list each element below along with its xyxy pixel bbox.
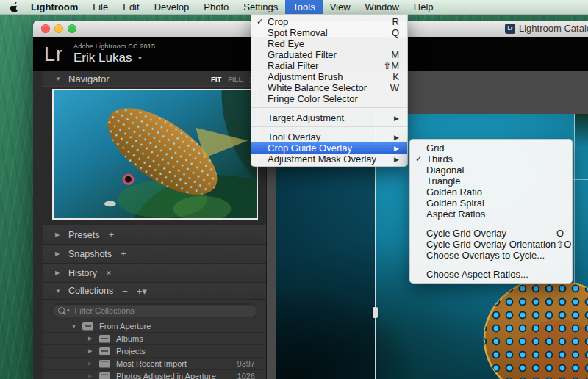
menu-shortcut: Q (392, 27, 399, 38)
menubar-item-photo[interactable]: Photo (196, 0, 236, 14)
menu-item-label: Choose Overlays to Cycle... (426, 250, 545, 261)
add-icon[interactable]: + (121, 248, 126, 259)
menubar-item-help[interactable]: Help (406, 0, 441, 14)
menu-item-adjustment-mask-overlay[interactable]: Adjustment Mask Overlay▶ (251, 154, 407, 165)
menu-item-triangle[interactable]: Triangle (410, 176, 572, 187)
add-icon[interactable]: + (108, 229, 114, 240)
menu-item-fringe-color-selector[interactable]: Fringe Color Selector (251, 93, 407, 104)
collection-label: Most Recent Import (116, 359, 187, 368)
close-window-button[interactable] (41, 24, 50, 33)
menu-item-choose-overlays-to-cycle[interactable]: Choose Overlays to Cycle... (410, 250, 572, 261)
menu-item-cycle-grid-overlay-orientation[interactable]: Cycle Grid Overlay Orientation⇧O (410, 239, 572, 250)
panel-label: Collections (68, 286, 113, 296)
zoom-window-button[interactable] (68, 24, 76, 33)
menu-item-label: Graduated Filter (268, 49, 337, 60)
collection-set-icon (99, 335, 110, 343)
menu-shortcut: W (390, 82, 399, 93)
menu-item-white-balance-selector[interactable]: White Balance SelectorW (251, 82, 407, 93)
menu-item-graduated-filter[interactable]: Graduated FilterM (251, 49, 407, 60)
menubar-item-window[interactable]: Window (358, 0, 406, 14)
screen: LightroomFileEditDevelopPhotoSettingsToo… (0, 0, 588, 379)
submenu-arrow-icon: ▶ (394, 145, 399, 152)
menu-item-label: White Balance Selector (268, 82, 367, 93)
menu-separator (410, 264, 572, 266)
menu-shortcut: O (556, 228, 564, 239)
menu-item-golden-ratio[interactable]: Golden Ratio (410, 187, 572, 198)
navigator-label: Navigator (68, 73, 110, 84)
panel-header-presets[interactable]: ▶Presets+ (43, 225, 266, 245)
menu-item-radial-filter[interactable]: Radial Filter⇧M (251, 60, 407, 71)
menubar-item-edit[interactable]: Edit (115, 0, 146, 14)
menu-item-label: Adjustment Brush (268, 71, 343, 82)
navigator-header[interactable]: ▼ Navigator FITFILL1:1 (43, 71, 266, 86)
disclosure-open-icon: ▼ (71, 324, 78, 329)
panel-label: Presets (68, 230, 99, 240)
menu-item-cycle-grid-overlay[interactable]: Cycle Grid OverlayO (410, 228, 572, 239)
menubar-item-develop[interactable]: Develop (147, 0, 197, 14)
menu-item-label: Aspect Ratios (426, 209, 485, 220)
menu-item-diagonal[interactable]: Diagonal (410, 165, 572, 176)
menu-item-adjustment-brush[interactable]: Adjustment BrushK (251, 71, 407, 82)
submenu-arrow-icon: ▶ (394, 156, 399, 163)
collection-item-photos-adjusted-in-aperture[interactable]: ▶Photos Adjusted in Aperture1026 (43, 370, 266, 379)
menubar-item-file[interactable]: File (85, 0, 115, 14)
panel-edge-rail[interactable] (33, 71, 43, 379)
identity-caret-icon: ▼ (137, 55, 143, 62)
menu-item-red-eye[interactable]: Red Eye (251, 38, 407, 49)
menu-item-tool-overlay[interactable]: Tool Overlay▶ (251, 131, 407, 142)
apple-menu-icon[interactable] (4, 1, 24, 12)
menu-item-target-adjustment[interactable]: Target Adjustment▶ (251, 112, 407, 123)
submenu-arrow-icon: ▶ (394, 115, 399, 122)
search-caret-icon: ▾ (67, 308, 70, 314)
collection-item-albums[interactable]: ▶Albums (43, 333, 266, 345)
menu-item-label: Golden Ratio (426, 187, 482, 198)
menu-item-choose-aspect-ratios[interactable]: Choose Aspect Ratios... (410, 269, 572, 280)
clear-icon[interactable]: × (106, 267, 112, 278)
submenu-arrow-icon: ▶ (394, 134, 399, 141)
menu-item-thirds[interactable]: ✓Thirds (410, 154, 572, 165)
zoom-mode-fit[interactable]: FIT (211, 75, 221, 83)
menu-item-label: Thirds (426, 154, 453, 165)
disclosure-closed-icon: ▶ (88, 373, 95, 379)
identity-user[interactable]: Erik Lukas▼ (74, 51, 155, 65)
filter-collections-input[interactable]: ▾Filter Collections (51, 303, 258, 317)
menu-item-label: Cycle Grid Overlay (426, 228, 506, 239)
check-icon: ✓ (257, 17, 268, 26)
menu-item-label: Crop Guide Overlay (268, 142, 352, 154)
identity-text: Adobe Lightroom CC 2015 Erik Lukas▼ (74, 43, 155, 65)
catalog-icon: Lr (505, 24, 515, 34)
menu-item-crop[interactable]: ✓CropR (251, 16, 407, 27)
window-title: Lr Lightroom Catalog (505, 23, 588, 34)
add-menu-icon[interactable]: +▾ (137, 286, 147, 297)
coral-grouper-closeup (464, 283, 588, 379)
menubar-item-view[interactable]: View (323, 0, 358, 14)
menubar-item-lightroom[interactable]: Lightroom (24, 0, 85, 14)
crop-side-handle[interactable] (373, 307, 378, 318)
menubar-item-settings[interactable]: Settings (236, 0, 285, 14)
minimize-window-button[interactable] (54, 24, 63, 33)
collection-item-projects[interactable]: ▶Projects (43, 345, 266, 358)
menu-item-crop-guide-overlay[interactable]: Crop Guide Overlay▶ (251, 142, 407, 154)
panel-header-history[interactable]: ▶History× (43, 264, 266, 283)
menubar-item-tools[interactable]: Tools (285, 0, 322, 14)
menu-item-spot-removal[interactable]: Spot RemovalQ (251, 27, 407, 38)
menu-item-aspect-ratios[interactable]: Aspect Ratios (410, 209, 572, 220)
panel-header-snapshots[interactable]: ▶Snapshots+ (43, 245, 266, 264)
collection-set-icon (82, 322, 93, 331)
panel-header-collections[interactable]: ▼Collections−+▾ (43, 283, 266, 300)
remove-icon[interactable]: − (122, 286, 128, 297)
navigator-preview-image[interactable] (52, 89, 258, 220)
menu-separator (410, 223, 572, 225)
menu-item-golden-spiral[interactable]: Golden Spiral (410, 198, 572, 209)
menu-item-grid[interactable]: Grid (410, 142, 572, 154)
disclosure-closed-icon: ▶ (55, 270, 62, 276)
menu-item-label: Red Eye (268, 38, 304, 49)
zoom-mode-fill[interactable]: FILL (228, 75, 243, 83)
navigator-preview-frame (43, 86, 266, 225)
collection-item-from-aperture[interactable]: ▼From Aperture (43, 320, 266, 333)
panel-stack: ▶Presets+▶Snapshots+▶History×▼Collection… (43, 225, 266, 379)
collection-label: Photos Adjusted in Aperture (116, 372, 216, 379)
collection-item-most-recent-import[interactable]: ▶Most Recent Import9397 (43, 358, 266, 370)
left-panel: ▼ Navigator FITFILL1:1 (43, 71, 267, 379)
crop-guide-overlay-submenu: Grid✓ThirdsDiagonalTriangleGolden RatioG… (409, 139, 573, 284)
